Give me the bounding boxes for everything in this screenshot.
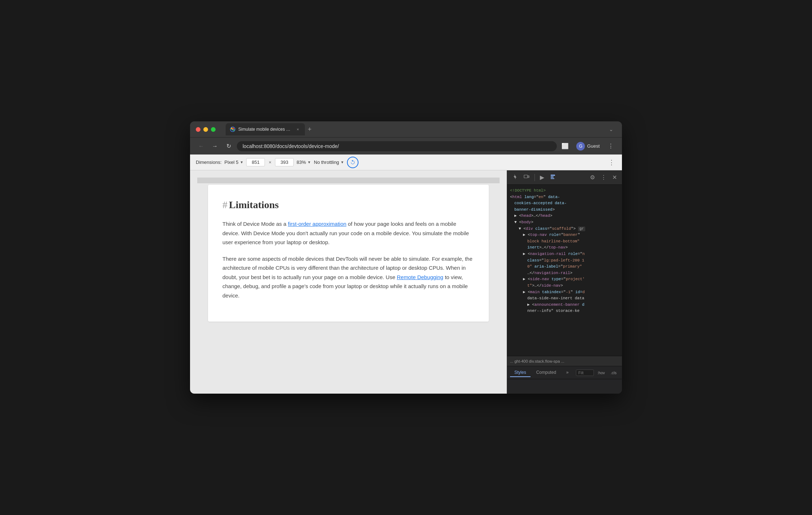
html-line: …</navigation-rail> (510, 270, 619, 277)
devtools-toolbar: ▶ ⚙ ⋮ ✕ (507, 170, 622, 185)
throttle-value: No throttling (314, 160, 339, 165)
chrome-favicon-icon (230, 126, 235, 132)
devtools-status-bar: ... ght-400 div.stack.flow-spa ... (507, 356, 622, 366)
html-line: inert>…</top-nav> (510, 245, 619, 251)
device-select[interactable]: Pixel 5 ▼ (225, 160, 244, 165)
cls-button[interactable]: .cls (609, 370, 619, 376)
tab-bar-chevron: ⌄ (609, 126, 616, 132)
close-button[interactable] (196, 127, 200, 132)
inspect-icon (512, 174, 518, 180)
elements-panel-button[interactable] (548, 173, 558, 183)
html-line: banner-dismissed> (510, 207, 619, 213)
minimize-button[interactable] (203, 127, 208, 132)
browser-more-button[interactable]: ⋮ (605, 141, 616, 152)
device-mode-icon (524, 174, 529, 180)
html-line: nner--info" storace-ke (510, 308, 619, 314)
address-bar[interactable] (237, 141, 557, 151)
new-tab-button[interactable]: + (305, 124, 315, 135)
nav-bar: ← → ↻ ⬜ G Guest ⋮ (190, 137, 622, 154)
svg-rect-3 (528, 176, 529, 178)
svg-rect-4 (551, 175, 555, 176)
tab-styles[interactable]: Styles (510, 368, 531, 377)
maximize-button[interactable] (211, 127, 216, 132)
dimensions-label: Dimensions: (196, 160, 222, 165)
elements-icon (550, 174, 556, 180)
device-mode-button[interactable] (522, 173, 532, 183)
throttle-dropdown-arrow: ▼ (340, 160, 344, 164)
zoom-select[interactable]: 83% ▼ (297, 160, 311, 165)
tab-more[interactable]: » (562, 368, 573, 377)
device-toolbar: Dimensions: Pixel 5 ▼ × 83% ▼ No throttl… (190, 154, 622, 170)
html-line: class="lg:pad-left-200 1 (510, 258, 619, 264)
rotate-button[interactable] (347, 157, 358, 168)
toolbar-separator (534, 174, 535, 181)
hov-button[interactable]: :hov (595, 370, 607, 376)
device-toolbar-more-button[interactable]: ⋮ (607, 157, 616, 168)
page-content: #Limitations Think of Device Mode as a f… (190, 170, 507, 394)
html-line: cookies-accepted data- (510, 200, 619, 207)
profile-avatar: G (576, 142, 585, 151)
cast-button[interactable]: ⬜ (560, 141, 570, 152)
page-heading: #Limitations (222, 199, 474, 211)
svg-rect-6 (551, 178, 554, 179)
add-style-button[interactable]: + (620, 370, 622, 376)
back-button[interactable]: ← (196, 141, 207, 152)
status-text: ... ght-400 div.stack.flow-spa ... (510, 359, 564, 363)
width-input[interactable] (246, 158, 265, 166)
svg-rect-2 (524, 175, 528, 178)
devtools-settings-button[interactable]: ⚙ (588, 173, 597, 182)
bottom-tabs: Styles Computed » :hov .cls + ⊡ ◁ (507, 366, 622, 379)
reload-button[interactable]: ↻ (223, 141, 234, 152)
html-line: t">…</side-nav> (510, 283, 619, 289)
console-drawer-button[interactable]: ▶ (538, 173, 546, 182)
traffic-lights (196, 127, 216, 132)
tab-bar: Simulate mobile devices with D × + ⌄ (220, 123, 616, 135)
devtools-panel: ▶ ⚙ ⋮ ✕ <!DOCTYPE html> <html (507, 170, 622, 394)
html-line: <!DOCTYPE html> (510, 188, 619, 194)
html-line: ▶ <announcement-banner d (510, 302, 619, 308)
active-tab[interactable]: Simulate mobile devices with D × (226, 123, 305, 135)
html-line: <html lang="en" data- (510, 194, 619, 201)
devtools-html-panel: <!DOCTYPE html> <html lang="en" data- co… (507, 185, 622, 356)
html-line: ▶ <head>…</head> (510, 213, 619, 219)
main-content: #Limitations Think of Device Mode as a f… (190, 170, 622, 394)
html-line: 0" aria-label="primary" (510, 264, 619, 270)
tab-computed[interactable]: Computed (532, 368, 560, 377)
browser-window: Simulate mobile devices with D × + ⌄ ← →… (190, 121, 622, 394)
device-dropdown-arrow: ▼ (240, 160, 244, 164)
para1-text-before: Think of Device Mode as a (222, 221, 288, 227)
devtools-close-button[interactable]: ✕ (610, 173, 619, 182)
heading-text: Limitations (229, 199, 279, 210)
dimension-separator: × (269, 160, 271, 165)
html-line: ▼ <body> (510, 219, 619, 226)
profile-button[interactable]: G Guest (573, 140, 603, 152)
html-line: ▶ <navigation-rail role="n (510, 251, 619, 258)
device-name: Pixel 5 (225, 160, 239, 165)
ruler (197, 178, 500, 183)
throttle-select[interactable]: No throttling ▼ (314, 160, 344, 165)
first-order-link[interactable]: first-order approximation (288, 221, 347, 227)
html-line: ▶ <top-nav role="banner" (510, 232, 619, 238)
inspect-button[interactable] (510, 173, 520, 183)
html-line: ▶ <side-nav type="project' (510, 276, 619, 283)
paragraph-1: Think of Device Mode as a first-order ap… (222, 219, 474, 247)
profile-label: Guest (587, 143, 600, 149)
html-line: block hairline-bottom" (510, 238, 619, 245)
title-bar: Simulate mobile devices with D × + ⌄ (190, 121, 622, 137)
tab-close-button[interactable]: × (295, 126, 301, 132)
html-line: ▶ <main tabindex="-1" id=d (510, 289, 619, 296)
rotate-icon (350, 160, 356, 165)
remote-debugging-link[interactable]: Remote Debugging (397, 274, 443, 280)
page-card: #Limitations Think of Device Mode as a f… (208, 185, 489, 322)
paragraph-2: There are some aspects of mobile devices… (222, 254, 474, 300)
zoom-dropdown-arrow: ▼ (307, 160, 311, 164)
bottom-panel-content (507, 379, 622, 394)
devtools-more-button[interactable]: ⋮ (599, 173, 609, 182)
forward-button[interactable]: → (209, 141, 220, 152)
zoom-value: 83% (297, 160, 306, 165)
html-line: ▼ <div class="scaffold"> gr (510, 226, 619, 232)
svg-rect-5 (551, 176, 554, 178)
tab-title: Simulate mobile devices with D (238, 127, 292, 132)
styles-filter-input[interactable] (576, 370, 594, 376)
height-input[interactable] (275, 158, 294, 166)
